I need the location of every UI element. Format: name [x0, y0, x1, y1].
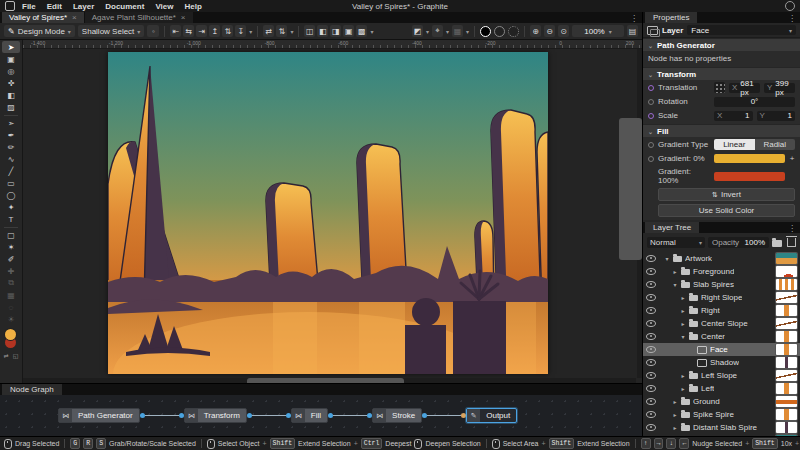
blur-tool-icon[interactable]: ◌	[2, 301, 20, 313]
selection-options-button[interactable]: ◦	[147, 25, 159, 37]
vertical-scrollbar-thumb[interactable]	[620, 119, 641, 259]
parameter-expose-icon[interactable]	[648, 156, 654, 162]
parameter-expose-icon[interactable]	[648, 113, 654, 119]
align-bottom-icon[interactable]: ↧	[235, 25, 246, 37]
layer-row[interactable]: ▸ Foreground	[643, 265, 800, 278]
layer-row[interactable]: ▸ Distant Slab Spire	[643, 421, 800, 434]
boolean-subtract-front-icon[interactable]: ◧	[317, 25, 328, 37]
visibility-eye-icon[interactable]	[646, 255, 656, 262]
expand-arrow-icon[interactable]: ▾	[664, 255, 670, 262]
navigate-tool-icon[interactable]: ◎	[2, 65, 20, 77]
translation-y-input[interactable]: Y 399 px	[764, 83, 795, 93]
tab-valley-of-spires[interactable]: Valley of Spires* ×	[2, 12, 84, 23]
visibility-eye-icon[interactable]	[646, 372, 656, 379]
align-right-icon[interactable]: ⇥	[196, 25, 207, 37]
horizontal-scrollbar-thumb[interactable]	[248, 379, 403, 383]
delete-layer-icon[interactable]	[787, 238, 796, 247]
brush-tool-icon[interactable]: ✐	[2, 253, 20, 265]
visibility-eye-icon[interactable]	[646, 320, 656, 327]
chevron-down-icon[interactable]: ▾	[446, 28, 449, 35]
view-mode-pixels-icon[interactable]	[508, 26, 519, 37]
scale-x-input[interactable]: X 1	[714, 111, 753, 121]
crop-tool-icon[interactable]: ▣	[2, 53, 20, 65]
menu-file[interactable]: File	[22, 2, 36, 11]
tabbar-menu-icon[interactable]: ⋮	[626, 14, 642, 23]
rectangle-tool-icon[interactable]: ▭	[2, 177, 20, 189]
expand-arrow-icon[interactable]: ▸	[680, 320, 686, 327]
boolean-difference-icon[interactable]: ▩	[356, 25, 367, 37]
expand-arrow-icon[interactable]: ▸	[672, 424, 678, 431]
expand-arrow-icon[interactable]: ▸	[672, 411, 678, 418]
expand-arrow-icon[interactable]: ▸	[680, 294, 686, 301]
boolean-intersect-icon[interactable]: ▣	[343, 25, 354, 37]
layer-row[interactable]: ▾ Artwork	[643, 252, 800, 265]
section-header[interactable]: ⌄ Path Generator	[643, 38, 800, 51]
fill-tool-icon[interactable]: ◧	[2, 89, 20, 101]
zoom-in-icon[interactable]: ⊕	[530, 25, 541, 37]
gradient-stop-0-swatch[interactable]	[714, 154, 785, 163]
layer-row[interactable]: ▸ Right	[643, 304, 800, 317]
node-path-generator[interactable]: ⋈ Path Generator	[58, 408, 140, 423]
layer-row[interactable]: ▸ Right Slope	[643, 291, 800, 304]
panel-menu-icon[interactable]: ⋮	[784, 224, 800, 233]
expand-arrow-icon[interactable]: ▸	[680, 385, 686, 392]
reset-colors-icon[interactable]: ◱	[13, 352, 19, 359]
visibility-eye-icon[interactable]	[646, 359, 656, 366]
heal-tool-icon[interactable]: ✚	[2, 265, 20, 277]
scale-y-input[interactable]: Y 1	[757, 111, 796, 121]
pivot-picker[interactable]	[714, 82, 725, 93]
opacity-slider[interactable]: Opacity 100%	[708, 237, 769, 248]
menu-edit[interactable]: Edit	[47, 2, 62, 11]
ellipse-tool-icon[interactable]: ◯	[2, 189, 20, 201]
freehand-tool-icon[interactable]: ✏	[2, 141, 20, 153]
layer-row[interactable]: ▸ Center Slope	[643, 317, 800, 330]
add-gradient-stop-icon[interactable]: +	[789, 154, 795, 163]
text-tool-icon[interactable]: T	[2, 213, 20, 225]
visibility-eye-icon[interactable]	[646, 424, 656, 431]
expand-arrow-icon[interactable]: ▸	[672, 398, 678, 405]
parameter-expose-icon[interactable]	[648, 99, 654, 105]
patch-tool-icon[interactable]: ▦	[2, 289, 20, 301]
layer-row[interactable]: ▸ Ground	[643, 395, 800, 408]
shape-tool-icon[interactable]: ✦	[2, 201, 20, 213]
zoom-out-icon[interactable]: ⊖	[544, 25, 555, 37]
layer-row[interactable]: Shadow	[643, 356, 800, 369]
artboard-valley-of-spires[interactable]	[108, 52, 548, 374]
node-transform[interactable]: ⋈ Transform	[184, 408, 247, 423]
flip-horizontal-icon[interactable]: ⇄	[263, 25, 274, 37]
node-output[interactable]: ✎ Output	[466, 408, 517, 423]
input-port[interactable]	[179, 413, 184, 418]
zoom-level-dropdown[interactable]: 100% ▾	[572, 25, 624, 37]
visibility-eye-icon[interactable]	[646, 346, 656, 353]
boolean-union-icon[interactable]: ◫	[304, 25, 315, 37]
close-tab-icon[interactable]: ×	[181, 13, 186, 22]
layer-row[interactable]: Face	[643, 343, 800, 356]
vertical-scrollbar[interactable]	[637, 49, 642, 378]
align-more-chevron-icon[interactable]: ▾	[249, 28, 252, 35]
gradient-type-linear-button[interactable]: Linear	[714, 139, 755, 150]
app-settings-icon[interactable]	[785, 1, 795, 11]
boolean-subtract-back-icon[interactable]: ◨	[330, 25, 341, 37]
menu-document[interactable]: Document	[105, 2, 144, 11]
visibility-eye-icon[interactable]	[646, 398, 656, 405]
visibility-eye-icon[interactable]	[646, 385, 656, 392]
node-fill[interactable]: ⋈ Fill	[291, 408, 328, 423]
expand-arrow-icon[interactable]: ▾	[680, 333, 686, 340]
node-graph-toggle-icon[interactable]: ▤	[627, 25, 638, 37]
pen-tool-icon[interactable]: ✒	[2, 129, 20, 141]
new-folder-icon[interactable]	[772, 240, 782, 247]
snapping-toggle-icon[interactable]: ⌖	[432, 25, 443, 37]
gradient-stop-100-swatch[interactable]	[714, 172, 785, 181]
flip-more-chevron-icon[interactable]: ▾	[290, 28, 293, 35]
viewport[interactable]: -1,400-1,200-1,000-800-600-400-2000200	[23, 40, 642, 383]
primary-color-swatch[interactable]	[5, 329, 16, 340]
close-tab-icon[interactable]: ×	[72, 13, 77, 22]
node-stroke[interactable]: ⋈ Stroke	[372, 408, 422, 423]
graphite-logo-icon[interactable]	[5, 1, 15, 11]
gradient-type-radial-button[interactable]: Radial	[755, 139, 796, 150]
visibility-eye-icon[interactable]	[646, 294, 656, 301]
expand-arrow-icon[interactable]: ▸	[672, 268, 678, 275]
visibility-eye-icon[interactable]	[646, 307, 656, 314]
spline-tool-icon[interactable]: ∿	[2, 153, 20, 165]
node-graph-area[interactable]: ⋈ Path Generator ⋈ Transform ⋈ Fill	[0, 395, 642, 436]
